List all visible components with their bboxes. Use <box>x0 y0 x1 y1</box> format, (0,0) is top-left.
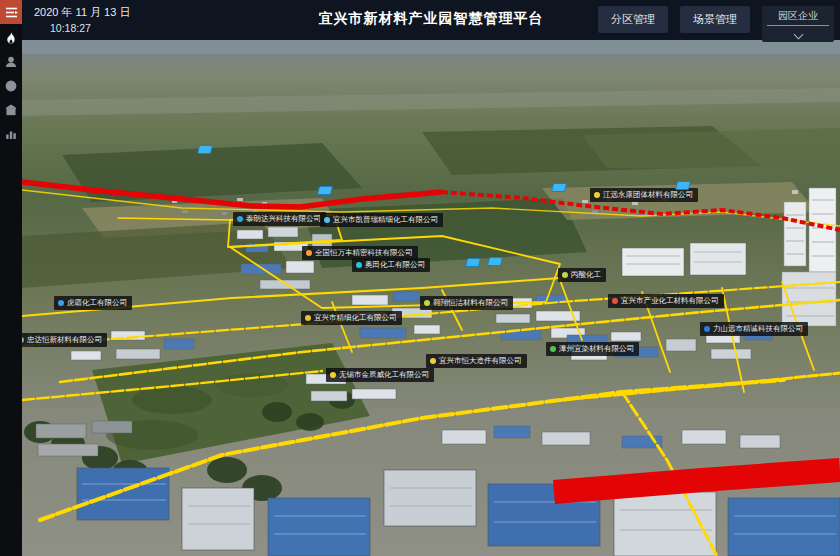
map-company-label[interactable]: 泰朗达兴科技有限公司 <box>233 212 326 226</box>
company-marker-icon <box>550 346 556 352</box>
map-company-label[interactable]: 宜兴市精细化工有限公司 <box>301 311 402 325</box>
app-root: 2020 年 11 月 13 日 10:18:27 宜兴市新材料产业园智慧管理平… <box>0 0 840 556</box>
company-marker-icon <box>305 315 311 321</box>
user-icon[interactable] <box>0 51 22 72</box>
map-company-label[interactable]: 翱翔恒洁材料有限公司 <box>420 296 513 310</box>
bar-chart-icon[interactable] <box>0 123 22 144</box>
map-company-label[interactable]: 奥田化工有限公司 <box>352 258 430 272</box>
zone-management-button[interactable]: 分区管理 <box>598 6 668 33</box>
factory-icon[interactable] <box>0 99 22 120</box>
company-label-text: 泰朗达兴科技有限公司 <box>246 215 321 223</box>
header-date: 2020 年 11 月 13 日 <box>34 5 130 21</box>
vehicle-marker[interactable] <box>465 258 481 267</box>
company-marker-icon <box>22 337 24 343</box>
map-company-label[interactable]: 丙酸化工 <box>558 268 606 282</box>
header-bar: 2020 年 11 月 13 日 10:18:27 宜兴市新材料产业园智慧管理平… <box>22 0 840 40</box>
company-label-text: 宜兴市产业化工材料有限公司 <box>621 297 719 305</box>
map-label-layer: 泰朗达兴科技有限公司宜兴市凯普瑞精细化工有限公司全国恒万丰精密科技有限公司奥田化… <box>22 40 840 556</box>
fire-icon[interactable] <box>0 27 22 48</box>
company-marker-icon <box>594 192 600 198</box>
company-marker-icon <box>330 372 336 378</box>
company-label-text: 宜兴市精细化工有限公司 <box>314 314 397 322</box>
map-company-label[interactable]: 宜兴市凯普瑞精细化工有限公司 <box>320 213 443 227</box>
map-company-label[interactable]: 虎霸化工有限公司 <box>54 296 132 310</box>
company-label-text: 力山远市精诚科技有限公司 <box>713 325 803 333</box>
selection-corner <box>205 403 213 411</box>
chevron-down-icon <box>793 30 803 40</box>
company-marker-icon <box>356 262 362 268</box>
page-title: 宜兴市新材料产业园智慧管理平台 <box>319 10 544 28</box>
menu-icon[interactable] <box>0 0 22 24</box>
dropdown-divider <box>767 25 829 26</box>
dropdown-label: 园区企业 <box>767 9 829 25</box>
map-viewport[interactable]: 泰朗达兴科技有限公司宜兴市凯普瑞精细化工有限公司全国恒万丰精密科技有限公司奥田化… <box>22 40 840 556</box>
header-actions: 分区管理 场景管理 园区企业 <box>598 6 834 42</box>
company-label-text: 虎霸化工有限公司 <box>67 299 127 307</box>
company-marker-icon <box>562 272 568 278</box>
map-company-label[interactable]: 宜兴市产业化工材料有限公司 <box>608 294 724 308</box>
company-marker-icon <box>424 300 430 306</box>
company-label-text: 忠达恒新材料有限公司 <box>27 336 102 344</box>
sidebar <box>0 0 22 556</box>
selection-corner <box>227 422 235 430</box>
company-label-text: 宜兴市恒大造件有限公司 <box>439 357 522 365</box>
vehicle-marker[interactable] <box>675 181 691 190</box>
vehicle-marker[interactable] <box>551 183 567 192</box>
company-marker-icon <box>306 250 312 256</box>
selection-brackets <box>205 403 235 430</box>
park-enterprise-dropdown[interactable]: 园区企业 <box>762 6 834 42</box>
datetime-block: 2020 年 11 月 13 日 10:18:27 <box>34 5 130 36</box>
map-company-label[interactable]: 力山远市精诚科技有限公司 <box>700 322 808 336</box>
company-label-text: 无锡市金辰威化工有限公司 <box>339 371 429 379</box>
scene-management-button[interactable]: 场景管理 <box>680 6 750 33</box>
company-marker-icon <box>58 300 64 306</box>
company-marker-icon <box>324 217 330 223</box>
map-company-label[interactable]: 忠达恒新材料有限公司 <box>22 333 107 347</box>
company-label-text: 翱翔恒洁材料有限公司 <box>433 299 508 307</box>
vehicle-marker[interactable] <box>197 145 213 154</box>
company-label-text: 宜兴市凯普瑞精细化工有限公司 <box>333 216 438 224</box>
company-marker-icon <box>237 216 243 222</box>
vehicle-marker[interactable] <box>317 186 333 195</box>
gauge-icon[interactable] <box>0 75 22 96</box>
header-time: 10:18:27 <box>34 21 130 36</box>
map-company-label[interactable]: 宜兴市恒大造件有限公司 <box>426 354 527 368</box>
vehicle-marker[interactable] <box>487 257 503 266</box>
company-label-text: 丙酸化工 <box>571 271 601 279</box>
map-company-label[interactable]: 无锡市金辰威化工有限公司 <box>326 368 434 382</box>
company-marker-icon <box>612 298 618 304</box>
selection-corner <box>205 422 213 430</box>
company-marker-icon <box>430 358 436 364</box>
map-company-label[interactable]: 潭州宜染材料有限公司 <box>546 342 639 356</box>
company-label-text: 潭州宜染材料有限公司 <box>559 345 634 353</box>
company-label-text: 奥田化工有限公司 <box>365 261 425 269</box>
company-label-text: 全国恒万丰精密科技有限公司 <box>315 249 413 257</box>
company-label-text: 江远永康团体材料有限公司 <box>603 191 693 199</box>
selection-corner <box>227 403 235 411</box>
company-marker-icon <box>704 326 710 332</box>
map-company-label[interactable]: 江远永康团体材料有限公司 <box>590 188 698 202</box>
